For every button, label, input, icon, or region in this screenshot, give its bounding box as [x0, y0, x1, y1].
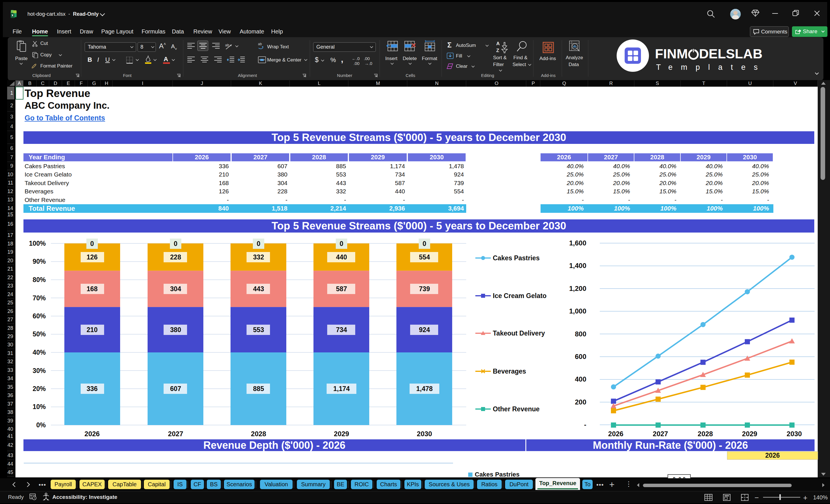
svg-text:304: 304 — [170, 285, 181, 293]
svg-text:2028: 2028 — [251, 430, 266, 438]
svg-text:2029: 2029 — [334, 430, 349, 438]
svg-text:885: 885 — [253, 385, 264, 392]
svg-text:2029: 2029 — [742, 430, 757, 438]
svg-text:443: 443 — [253, 285, 264, 293]
svg-text:400: 400 — [575, 375, 586, 383]
svg-text:336: 336 — [87, 385, 98, 392]
svg-text:2027: 2027 — [653, 430, 668, 438]
svg-text:440: 440 — [336, 253, 347, 261]
svg-text:800: 800 — [575, 330, 586, 338]
svg-text:600: 600 — [575, 353, 586, 360]
svg-text:734: 734 — [336, 326, 347, 334]
svg-text:Cakes Pastries: Cakes Pastries — [493, 254, 540, 262]
svg-text:380: 380 — [170, 326, 181, 334]
svg-text:126: 126 — [87, 253, 98, 261]
svg-text:1,000: 1,000 — [569, 307, 586, 315]
svg-text:70%: 70% — [33, 294, 46, 302]
svg-text:80%: 80% — [33, 276, 46, 283]
svg-text:332: 332 — [253, 253, 264, 261]
svg-text:553: 553 — [253, 326, 264, 334]
svg-text:100%: 100% — [29, 240, 46, 247]
svg-text:2026: 2026 — [84, 430, 99, 438]
svg-text:0: 0 — [90, 240, 94, 247]
svg-text:Beverages: Beverages — [493, 368, 526, 375]
svg-text:30%: 30% — [33, 367, 46, 374]
svg-text:168: 168 — [87, 285, 98, 293]
svg-text:1,600: 1,600 — [569, 239, 586, 247]
svg-text:40%: 40% — [33, 349, 46, 356]
svg-text:587: 587 — [336, 285, 347, 293]
svg-text:200: 200 — [575, 398, 586, 406]
svg-text:924: 924 — [419, 326, 430, 334]
svg-text:0: 0 — [174, 240, 178, 247]
svg-text:0: 0 — [423, 240, 426, 247]
svg-text:60%: 60% — [33, 312, 46, 320]
svg-text:0%: 0% — [36, 421, 46, 429]
svg-text:1,400: 1,400 — [569, 262, 586, 270]
svg-text:0: 0 — [257, 240, 261, 247]
svg-text:Other Revenue: Other Revenue — [493, 405, 540, 413]
svg-text:1,478: 1,478 — [416, 385, 433, 392]
svg-text:2027: 2027 — [168, 430, 183, 438]
svg-text:739: 739 — [419, 285, 430, 293]
svg-text:554: 554 — [419, 253, 430, 261]
svg-text:10%: 10% — [33, 403, 46, 410]
svg-text:1,200: 1,200 — [569, 285, 586, 292]
svg-text:2026: 2026 — [608, 430, 623, 438]
svg-text:2030: 2030 — [787, 430, 802, 438]
svg-text:607: 607 — [170, 385, 181, 392]
svg-text:20%: 20% — [33, 385, 46, 392]
svg-text:210: 210 — [87, 326, 98, 334]
svg-text:Ice Cream Gelato: Ice Cream Gelato — [493, 292, 547, 300]
svg-text:2028: 2028 — [698, 430, 713, 438]
svg-text:90%: 90% — [33, 258, 46, 265]
svg-text:228: 228 — [170, 253, 181, 261]
svg-text:50%: 50% — [33, 330, 46, 338]
svg-text:Takeout Delivery: Takeout Delivery — [493, 329, 545, 337]
svg-text:-: - — [584, 421, 586, 429]
svg-text:1,174: 1,174 — [333, 385, 350, 392]
svg-text:2030: 2030 — [417, 430, 432, 438]
svg-text:0: 0 — [340, 240, 344, 247]
